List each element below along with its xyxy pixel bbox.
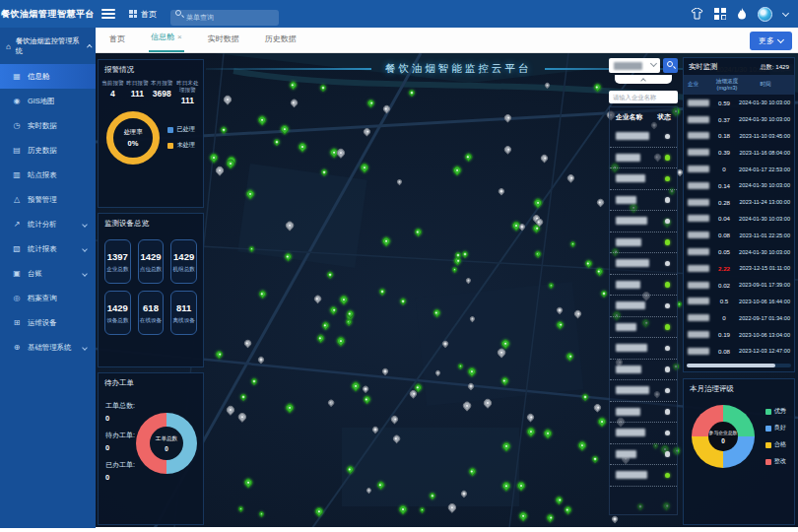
map-pin-gray[interactable] bbox=[465, 277, 473, 285]
map-pin-green[interactable] bbox=[375, 480, 384, 489]
hamburger-menu-icon[interactable] bbox=[101, 9, 115, 19]
map-pin-gray[interactable] bbox=[327, 399, 335, 407]
map-pin-green[interactable] bbox=[565, 351, 576, 362]
map-pin-green[interactable] bbox=[245, 189, 256, 200]
map-pin-green[interactable] bbox=[432, 308, 442, 318]
enterprise-search-button[interactable] bbox=[663, 58, 678, 73]
map-pin-green[interactable] bbox=[320, 168, 328, 176]
enterprise-row[interactable] bbox=[610, 148, 677, 169]
enterprise-select[interactable] bbox=[609, 58, 660, 73]
sidebar-item[interactable]: ▧ 统计报表 bbox=[0, 236, 96, 261]
map-pin-green[interactable] bbox=[397, 503, 408, 514]
tab[interactable]: 信息舱× bbox=[149, 25, 184, 52]
map-pin-green[interactable] bbox=[350, 380, 361, 391]
map-pin-green[interactable] bbox=[451, 166, 462, 176]
enterprise-row[interactable] bbox=[610, 338, 677, 360]
map-pin-green[interactable] bbox=[466, 366, 478, 377]
map-pin-green[interactable] bbox=[359, 162, 370, 173]
map-pin-gray[interactable] bbox=[290, 99, 299, 107]
map-pin-green[interactable] bbox=[595, 267, 605, 277]
map-pin-gray[interactable] bbox=[389, 415, 399, 425]
map-pin-green[interactable] bbox=[581, 393, 589, 401]
map-pin-green[interactable] bbox=[429, 492, 437, 500]
flame-icon[interactable] bbox=[737, 8, 747, 20]
map-pin-green[interactable] bbox=[500, 375, 510, 385]
map-pin-green[interactable] bbox=[534, 250, 542, 258]
map-pin-green[interactable] bbox=[556, 319, 565, 329]
map-pin-gray[interactable] bbox=[573, 308, 583, 318]
map-pin-gray[interactable] bbox=[460, 489, 469, 498]
enterprise-row[interactable] bbox=[610, 126, 677, 148]
map-pin-green[interactable] bbox=[461, 250, 469, 258]
map-pin-green[interactable] bbox=[542, 428, 553, 438]
map-pin-green[interactable] bbox=[413, 227, 423, 236]
enterprise-row[interactable] bbox=[610, 275, 677, 297]
menu-search[interactable] bbox=[170, 6, 279, 22]
realtime-row[interactable]: 0.08 2023-11-01 22:25:00 bbox=[684, 227, 794, 243]
more-button[interactable]: 更多 bbox=[750, 32, 792, 50]
map-pin-gray[interactable] bbox=[556, 305, 564, 313]
map-pin-gray[interactable] bbox=[362, 126, 371, 136]
map-pin-green[interactable] bbox=[329, 304, 339, 314]
map-pin-green[interactable] bbox=[418, 506, 425, 513]
enterprise-row[interactable] bbox=[610, 233, 677, 254]
map-pin-gray[interactable] bbox=[392, 434, 401, 443]
map-pin-green[interactable] bbox=[339, 294, 351, 305]
map-pin-green[interactable] bbox=[599, 290, 607, 298]
map-pin-green[interactable] bbox=[362, 395, 371, 405]
map-pin-gray[interactable] bbox=[225, 405, 236, 417]
layout-icon[interactable] bbox=[714, 8, 726, 20]
map-pin-gray[interactable] bbox=[284, 221, 295, 232]
map-pin-green[interactable] bbox=[517, 510, 528, 521]
enterprise-row[interactable] bbox=[610, 423, 677, 444]
menu-search-input[interactable] bbox=[170, 10, 279, 26]
map-pin-green[interactable] bbox=[545, 512, 555, 522]
tab[interactable]: 历史数据× bbox=[263, 27, 299, 52]
map-pin-gray[interactable] bbox=[446, 502, 458, 514]
tab[interactable]: 首页× bbox=[107, 27, 127, 52]
map-pin-green[interactable] bbox=[564, 504, 573, 514]
map-pin-green[interactable] bbox=[500, 338, 511, 349]
realtime-row[interactable]: 0 2022-09-17 01:34:00 bbox=[684, 309, 794, 326]
map-pin-green[interactable] bbox=[345, 318, 353, 326]
map-pin-green[interactable] bbox=[548, 282, 556, 290]
map-pin-gray[interactable] bbox=[461, 401, 472, 412]
map-pin-green[interactable] bbox=[457, 363, 465, 370]
realtime-row[interactable]: 0.39 2023-11-16 08:04:00 bbox=[684, 144, 794, 161]
map-pin-green[interactable] bbox=[242, 477, 253, 488]
map-pin-gray[interactable] bbox=[497, 186, 505, 195]
map-pin-gray[interactable] bbox=[525, 412, 535, 422]
realtime-row[interactable]: 0.14 2024-01-30 10:03:00 bbox=[684, 177, 794, 194]
map-pin-gray[interactable] bbox=[236, 411, 248, 423]
enterprise-row[interactable] bbox=[610, 168, 677, 190]
realtime-row[interactable]: 0.37 2024-01-30 10:03:00 bbox=[684, 111, 794, 128]
realtime-row[interactable]: 0.5 2023-10-06 16:44:00 bbox=[684, 294, 794, 310]
map-pin-green[interactable] bbox=[533, 198, 544, 209]
map-pin-gray[interactable] bbox=[540, 154, 550, 164]
map-pin-green[interactable] bbox=[280, 123, 292, 135]
map-pin-gray[interactable] bbox=[380, 367, 388, 375]
sidebar-item[interactable]: ⊞ 运维设备 bbox=[0, 310, 96, 335]
sidebar-group-restaurant-system[interactable]: ⌂ 餐饮油烟监控管理系统 bbox=[0, 28, 96, 64]
horizontal-scrollbar[interactable] bbox=[687, 364, 791, 367]
map-pin-green[interactable] bbox=[284, 402, 295, 413]
map-pin-green[interactable] bbox=[525, 426, 537, 437]
map-pin-gray[interactable] bbox=[382, 103, 392, 113]
sidebar-item[interactable]: ◎ 档案查询 bbox=[0, 286, 96, 310]
map-pin-green[interactable] bbox=[288, 81, 297, 90]
map-pin-gray[interactable] bbox=[596, 198, 606, 208]
map-pin-gray[interactable] bbox=[242, 339, 252, 349]
map-pin-gray[interactable] bbox=[467, 382, 476, 391]
map-pin-green[interactable] bbox=[591, 455, 599, 463]
enterprise-row[interactable] bbox=[610, 402, 677, 424]
map-pin-green[interactable] bbox=[378, 288, 386, 296]
map-pin-gray[interactable] bbox=[566, 173, 577, 184]
map-pin-gray[interactable] bbox=[313, 294, 322, 302]
map-pin-gray[interactable] bbox=[366, 487, 373, 495]
map-pin-gray[interactable] bbox=[502, 145, 512, 155]
realtime-row[interactable]: 0.59 2024-01-30 10:03:00 bbox=[684, 95, 794, 111]
map-pin-green[interactable] bbox=[398, 297, 406, 304]
map-pin-gray[interactable] bbox=[215, 165, 226, 175]
map-pin-green[interactable] bbox=[320, 320, 329, 329]
map-pin-green[interactable] bbox=[248, 245, 255, 252]
